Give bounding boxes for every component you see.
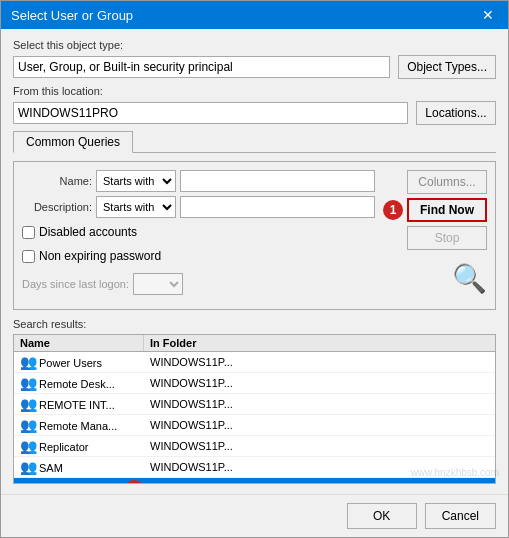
object-types-button[interactable]: Object Types... xyxy=(398,55,496,79)
user-icon: 👥 xyxy=(20,481,37,484)
non-expiring-row: Non expiring password xyxy=(22,249,375,263)
results-body: 👥Power UsersWINDOWS11P...👥Remote Desk...… xyxy=(14,352,495,484)
result-name: 👥REMOTE INT... xyxy=(14,395,144,413)
find-now-button[interactable]: Find Now xyxy=(407,198,487,222)
table-row[interactable]: 👥Sambit Koley (...2WINDOWS11P... xyxy=(14,478,495,484)
result-folder: WINDOWS11P... xyxy=(144,355,495,369)
name-condition-select[interactable]: Starts with xyxy=(96,170,176,192)
non-expiring-label: Non expiring password xyxy=(39,249,161,263)
table-row[interactable]: 👥REMOTE INT...WINDOWS11P... xyxy=(14,394,495,415)
result-folder: WINDOWS11P... xyxy=(144,439,495,453)
days-logon-label: Days since last logon: xyxy=(22,278,129,290)
results-header: Name In Folder xyxy=(14,335,495,352)
description-field-label: Description: xyxy=(22,201,92,213)
search-results-section: Search results: Name In Folder 👥Power Us… xyxy=(13,318,496,484)
badge-1: 1 xyxy=(383,200,403,220)
search-results-label: Search results: xyxy=(13,318,496,330)
title-bar: Select User or Group ✕ xyxy=(1,1,508,29)
result-name: 👥SAM xyxy=(14,458,144,476)
ok-button[interactable]: OK xyxy=(347,503,417,529)
object-type-row: Object Types... xyxy=(13,55,496,79)
location-label: From this location: xyxy=(13,85,496,97)
locations-button[interactable]: Locations... xyxy=(416,101,496,125)
query-fields: Name: Starts with Description: Starts wi… xyxy=(22,170,375,298)
result-folder: WINDOWS11P... xyxy=(154,483,495,484)
disabled-accounts-row: Disabled accounts xyxy=(22,225,375,239)
close-button[interactable]: ✕ xyxy=(478,7,498,23)
cancel-button[interactable]: Cancel xyxy=(425,503,496,529)
object-type-label: Select this object type: xyxy=(13,39,496,51)
user-icon: 👥 xyxy=(20,459,37,475)
user-icon: 👥 xyxy=(20,396,37,412)
table-row[interactable]: 👥Power UsersWINDOWS11P... xyxy=(14,352,495,373)
result-folder: WINDOWS11P... xyxy=(144,418,495,432)
location-row: Locations... xyxy=(13,101,496,125)
days-logon-row: Days since last logon: xyxy=(22,273,375,295)
col-header-name: Name xyxy=(14,335,144,351)
name-query-input[interactable] xyxy=(180,170,375,192)
find-now-wrapper: 1 Find Now xyxy=(383,198,487,222)
user-icon: 👥 xyxy=(20,438,37,454)
query-grid: Name: Starts with Description: Starts wi… xyxy=(22,170,487,298)
result-name: 👥Sambit Koley (...2 xyxy=(14,479,154,484)
tab-common-queries[interactable]: Common Queries xyxy=(13,131,133,153)
table-row[interactable]: 👥SAMWINDOWS11P... xyxy=(14,457,495,478)
disabled-accounts-checkbox[interactable] xyxy=(22,226,35,239)
results-table[interactable]: Name In Folder 👥Power UsersWINDOWS11P...… xyxy=(13,334,496,484)
description-condition-select[interactable]: Starts with xyxy=(96,196,176,218)
query-buttons: Columns... 1 Find Now Stop 🔍 xyxy=(383,170,487,298)
result-name: 👥Remote Mana... xyxy=(14,416,144,434)
name-query-row: Name: Starts with xyxy=(22,170,375,192)
result-folder: WINDOWS11P... xyxy=(144,397,495,411)
description-query-row: Description: Starts with xyxy=(22,196,375,218)
badge-2: 2 xyxy=(124,480,144,484)
result-name: 👥Replicator xyxy=(14,437,144,455)
table-row[interactable]: 👥ReplicatorWINDOWS11P... xyxy=(14,436,495,457)
query-panel: Name: Starts with Description: Starts wi… xyxy=(13,161,496,310)
result-folder: WINDOWS11P... xyxy=(144,460,495,474)
tabs-row: Common Queries xyxy=(13,131,496,153)
user-icon: 👥 xyxy=(20,375,37,391)
select-user-group-dialog: Select User or Group ✕ Select this objec… xyxy=(0,0,509,538)
dialog-buttons: OK Cancel xyxy=(1,494,508,537)
location-input[interactable] xyxy=(13,102,408,124)
dialog-body: Select this object type: Object Types...… xyxy=(1,29,508,494)
stop-button[interactable]: Stop xyxy=(407,226,487,250)
days-logon-select[interactable] xyxy=(133,273,183,295)
disabled-accounts-label: Disabled accounts xyxy=(39,225,137,239)
table-row[interactable]: 👥Remote Mana...WINDOWS11P... xyxy=(14,415,495,436)
result-name: 👥Remote Desk... xyxy=(14,374,144,392)
search-icon: 🔍 xyxy=(452,262,487,295)
dialog-title: Select User or Group xyxy=(11,8,133,23)
result-folder: WINDOWS11P... xyxy=(144,376,495,390)
table-row[interactable]: 👥Remote Desk...WINDOWS11P... xyxy=(14,373,495,394)
description-query-input[interactable] xyxy=(180,196,375,218)
user-icon: 👥 xyxy=(20,354,37,370)
object-type-input[interactable] xyxy=(13,56,390,78)
magnifier-area: 🔍 xyxy=(452,262,487,295)
col-header-folder: In Folder xyxy=(144,335,495,351)
non-expiring-checkbox[interactable] xyxy=(22,250,35,263)
user-icon: 👥 xyxy=(20,417,37,433)
columns-button[interactable]: Columns... xyxy=(407,170,487,194)
result-name: 👥Power Users xyxy=(14,353,144,371)
name-field-label: Name: xyxy=(22,175,92,187)
